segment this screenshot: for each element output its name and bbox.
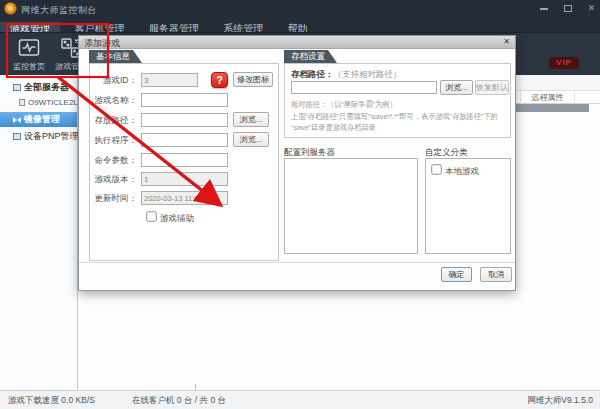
archive-desc-line1: 上面“存档路径”只需填写“\save\*.*”即可，表示游戏“存放路径”下的	[291, 111, 498, 122]
custom-category-box: 本地游戏	[425, 158, 511, 254]
relative-path-note: 相对路径：（以“星际争霸”为例）	[291, 99, 397, 110]
close-icon: ✕	[588, 3, 596, 13]
app-version: 网维大师V9.1.5.0	[527, 395, 593, 407]
exec-program-label: 执行程序：	[85, 135, 137, 147]
vip-badge[interactable]: VIP	[549, 57, 579, 69]
minimize-button[interactable]	[534, 1, 553, 15]
cmd-params-label: 命令参数：	[85, 155, 137, 167]
change-icon-button[interactable]: 修改图标	[233, 72, 273, 87]
add-game-dialog: 添加游戏 ✕ 基本信息 游戏ID： ? 修改图标 游戏名称： 存放路径： 浏览.…	[78, 35, 516, 291]
browse-archive-button[interactable]: 浏览...	[440, 80, 473, 95]
dialog-separator	[79, 262, 515, 263]
game-version-field[interactable]	[141, 172, 228, 186]
monitor-pulse-icon	[6, 36, 52, 60]
dialog-title: 添加游戏	[84, 37, 120, 50]
local-game-checkbox[interactable]	[431, 164, 441, 174]
maximize-button[interactable]	[558, 1, 577, 15]
cmd-params-field[interactable]	[141, 153, 228, 167]
local-game-option[interactable]: 本地游戏	[430, 163, 479, 178]
sidebar-item-all-servers[interactable]: 全部服务器	[0, 80, 77, 94]
archive-path-field[interactable]	[291, 81, 437, 94]
storage-path-field[interactable]	[141, 113, 228, 127]
exec-program-field[interactable]	[141, 133, 228, 147]
servers-icon	[13, 84, 21, 91]
storage-path-label: 存放路径：	[85, 115, 137, 127]
dialog-close-icon[interactable]: ✕	[503, 37, 510, 46]
deploy-servers-listbox[interactable]	[284, 158, 418, 254]
game-id-label: 游戏ID：	[85, 75, 137, 87]
online-clients: 在线客户机 0 台 / 共 0 台	[132, 395, 226, 407]
sidebar-item-device-pnp[interactable]: 设备PNP管理	[0, 129, 77, 143]
menubar: 游戏管理 客户机管理 服务器管理 系统管理 帮助	[0, 18, 600, 32]
game-assist-option[interactable]: 游戏辅助	[145, 210, 194, 225]
app-logo-icon	[4, 2, 17, 15]
update-time-label: 更新时间：	[85, 193, 137, 205]
device-icon	[13, 133, 21, 140]
browse-storage-button[interactable]: 浏览...	[233, 112, 269, 127]
sidebar: 全部服务器 O9WTICLE2LKIVT2 ( 镜像管理 设备PNP管理	[0, 75, 78, 390]
game-assist-checkbox[interactable]	[146, 211, 156, 221]
minimize-icon	[540, 8, 548, 10]
sidebar-item-server[interactable]: O9WTICLE2LKIVT2 (	[0, 96, 77, 110]
archive-desc-line2: “save”目录是游戏存档目录	[291, 122, 376, 133]
dialog-titlebar[interactable]: 添加游戏 ✕	[79, 36, 515, 49]
archive-path-label: 存档路径：（支持相对路径）	[291, 69, 402, 81]
tab-archive-settings: 存档设置	[284, 50, 337, 63]
app-window: 网维大师监控制台 ✕ 游戏管理 客户机管理 服务器管理 系统管理 帮助 监控首页	[0, 0, 600, 409]
download-speed: 游戏下载速度 0.0 KB/S	[8, 395, 95, 407]
sidebar-item-mirror-management[interactable]: 镜像管理	[0, 112, 77, 127]
close-button[interactable]: ✕	[582, 1, 600, 15]
tab-basic-info: 基本信息	[89, 50, 142, 63]
ok-button[interactable]: 确定	[441, 267, 472, 282]
help-icon[interactable]: ?	[211, 72, 228, 88]
game-version-label: 游戏版本：	[85, 174, 137, 186]
game-name-label: 游戏名称：	[85, 95, 137, 107]
archive-settings-group: 存档路径：（支持相对路径） 浏览... 恢复默认 相对路径：（以“星际争霸”为例…	[284, 63, 511, 138]
toolbar-monitor-home[interactable]: 监控首页	[6, 36, 52, 72]
browse-exec-button[interactable]: 浏览...	[233, 132, 269, 147]
maximize-icon	[564, 5, 572, 12]
game-name-field[interactable]	[141, 93, 228, 107]
statusbar: 游戏下载速度 0.0 KB/S 在线客户机 0 台 / 共 0 台 网维大师V9…	[0, 390, 600, 409]
restore-default-button[interactable]: 恢复默认	[475, 80, 509, 95]
column-header[interactable]: 远程属性	[521, 91, 575, 104]
window-title: 网维大师监控制台	[21, 4, 97, 17]
update-time-field[interactable]	[141, 191, 228, 205]
game-id-field[interactable]	[141, 73, 198, 87]
cancel-button[interactable]: 取消	[480, 267, 512, 282]
server-node-icon	[19, 99, 25, 106]
titlebar: 网维大师监控制台 ✕	[0, 0, 600, 18]
